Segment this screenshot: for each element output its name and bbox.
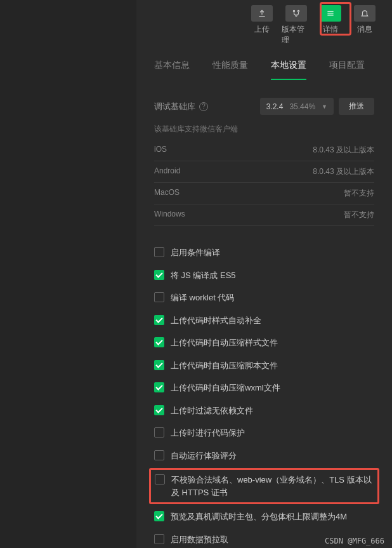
tab-basic[interactable]: 基本信息	[154, 60, 190, 80]
messages-label: 消息	[357, 24, 372, 35]
platform-row: iOS8.0.43 及以上版本	[154, 140, 374, 161]
setting-item: 启用条件编译	[154, 241, 374, 264]
platform-row: Android8.0.43 及以上版本	[154, 161, 374, 183]
upload-button[interactable]: 上传	[247, 5, 277, 46]
checkbox[interactable]	[154, 247, 164, 257]
checkbox-list: 启用条件编译将 JS 编译成 ES5编译 worklet 代码上传代码时样式自动…	[154, 241, 374, 548]
setting-item: 上传代码时自动压缩样式文件	[154, 331, 374, 354]
svg-point-2	[296, 15, 297, 16]
setting-label: 上传代码时样式自动补全	[171, 314, 374, 327]
details-label: 详情	[323, 24, 338, 35]
setting-item: 上传代码时样式自动补全	[154, 309, 374, 332]
version-button[interactable]: 版本管理	[282, 5, 311, 46]
platform-status: 暂不支持	[344, 188, 374, 199]
content-panel: 上传 版本管理 详情 消息 基本信息 性能质量 本地设置 项目配置	[136, 0, 392, 548]
platform-name: Android	[154, 166, 180, 177]
setting-label: 自动运行体验评分	[171, 450, 374, 462]
setting-item: 自动运行体验评分	[154, 444, 374, 467]
platform-status: 暂不支持	[344, 210, 374, 220]
svg-point-0	[293, 10, 294, 11]
checkbox[interactable]	[154, 315, 164, 325]
branch-icon	[285, 5, 307, 22]
version-percent: 35.44%	[289, 102, 315, 111]
setting-item: 上传时过滤无依赖文件	[154, 399, 374, 422]
sidebar	[0, 0, 136, 548]
version-select[interactable]: 3.2.4 35.44% ▼	[260, 98, 334, 115]
setting-label: 上传时进行代码保护	[171, 427, 374, 439]
setting-item: 将 JS 编译成 ES5	[154, 264, 374, 287]
tab-project[interactable]: 项目配置	[329, 60, 365, 80]
setting-label: 预览及真机调试时主包、分包体积上限调整为4M	[171, 511, 374, 523]
setting-item: 编译 worklet 代码	[154, 286, 374, 309]
setting-label: 上传代码时自动压缩样式文件	[171, 337, 374, 349]
debug-lib-controls: 3.2.4 35.44% ▼ 推送	[260, 98, 374, 115]
watermark: CSDN @MFG_666	[325, 537, 384, 545]
debug-lib-row: 调试基础库 ? 3.2.4 35.44% ▼ 推送	[154, 98, 374, 115]
platform-name: Windows	[154, 210, 185, 220]
top-toolbar: 上传 版本管理 详情 消息	[136, 0, 392, 46]
checkbox[interactable]	[154, 405, 164, 415]
checkbox[interactable]	[155, 474, 165, 485]
setting-item: 预览及真机调试时主包、分包体积上限调整为4M	[154, 505, 374, 528]
svg-point-1	[297, 10, 299, 11]
platform-table: iOS8.0.43 及以上版本Android8.0.43 及以上版本MacOS暂…	[154, 140, 374, 226]
checkbox[interactable]	[154, 382, 164, 392]
platform-row: MacOS暂不支持	[154, 183, 374, 204]
platform-status: 8.0.43 及以上版本	[313, 166, 374, 177]
checkbox[interactable]	[154, 534, 164, 544]
setting-label: 启用条件编译	[171, 246, 374, 259]
tab-local[interactable]: 本地设置	[271, 60, 306, 80]
checkbox[interactable]	[154, 292, 164, 302]
checkbox[interactable]	[154, 450, 164, 460]
messages-button[interactable]: 消息	[350, 5, 379, 46]
checkbox[interactable]	[154, 360, 164, 370]
setting-label: 上传代码时自动压缩脚本文件	[171, 359, 374, 372]
support-note: 该基础库支持微信客户端	[154, 124, 374, 135]
push-button[interactable]: 推送	[339, 98, 374, 115]
setting-item: 不校验合法域名、web-view（业务域名）、TLS 版本以及 HTTPS 证书	[149, 468, 379, 504]
setting-label: 上传代码时自动压缩wxml文件	[171, 382, 374, 394]
setting-label: 不校验合法域名、web-view（业务域名）、TLS 版本以及 HTTPS 证书	[171, 474, 374, 498]
platform-status: 8.0.43 及以上版本	[313, 145, 374, 156]
menu-icon	[320, 5, 341, 22]
help-icon[interactable]: ?	[199, 102, 208, 111]
setting-item: 上传代码时自动压缩脚本文件	[154, 354, 374, 377]
setting-label: 将 JS 编译成 ES5	[171, 269, 374, 282]
setting-item: 上传时进行代码保护	[154, 422, 374, 444]
platform-name: MacOS	[154, 188, 180, 199]
checkbox[interactable]	[154, 511, 164, 521]
version-label: 版本管理	[282, 24, 311, 46]
debug-lib-text: 调试基础库	[154, 101, 195, 112]
version-value: 3.2.4	[266, 102, 284, 111]
platform-row: Windows暂不支持	[154, 204, 374, 226]
debug-lib-label: 调试基础库 ?	[154, 101, 208, 112]
tab-perf[interactable]: 性能质量	[212, 60, 248, 80]
checkbox[interactable]	[154, 427, 164, 438]
setting-item: 上传代码时自动压缩wxml文件	[154, 377, 374, 399]
checkbox[interactable]	[154, 337, 164, 347]
settings-panel: 调试基础库 ? 3.2.4 35.44% ▼ 推送 该基础库支持微信客户端 iO…	[136, 80, 392, 548]
bell-icon	[354, 5, 376, 22]
setting-label: 编译 worklet 代码	[171, 291, 374, 304]
upload-icon	[251, 5, 273, 22]
chevron-down-icon: ▼	[322, 104, 327, 110]
setting-label: 上传时过滤无依赖文件	[171, 404, 374, 417]
platform-name: iOS	[154, 145, 167, 156]
tab-bar: 基本信息 性能质量 本地设置 项目配置	[136, 46, 392, 80]
upload-label: 上传	[254, 24, 270, 35]
details-button[interactable]: 详情	[316, 5, 345, 46]
checkbox[interactable]	[154, 270, 164, 280]
